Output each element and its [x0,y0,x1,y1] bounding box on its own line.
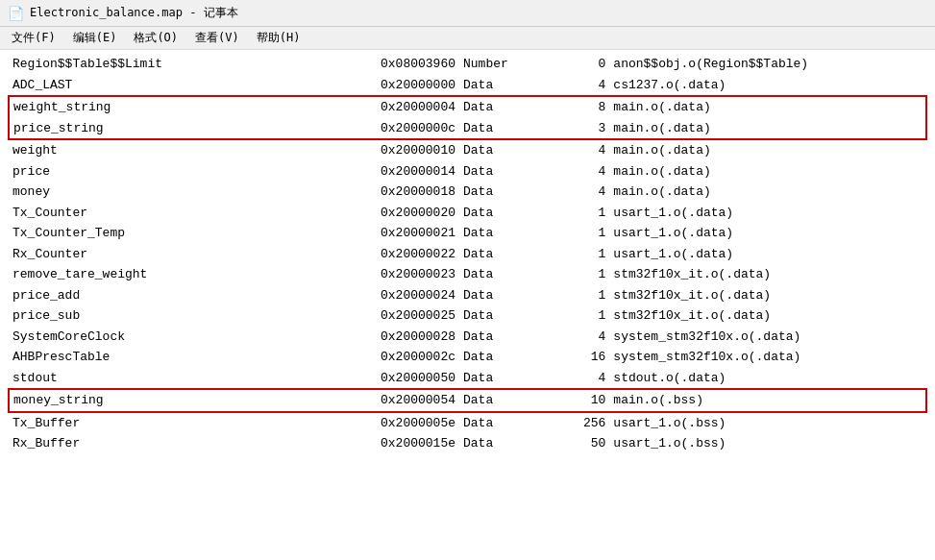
cell-module: system_stm32f10x.o(.data) [609,327,926,348]
table-row: price_string0x2000000cData3main.o(.data) [9,118,926,140]
cell-size: 50 [550,433,610,454]
cell-name: money [9,182,279,203]
cell-name: stdout [9,368,279,390]
cell-size: 4 [550,75,610,97]
cell-size: 4 [550,368,610,390]
cell-module: usart_1.o(.data) [609,223,926,244]
cell-type: Data [459,244,550,265]
cell-name: AHBPrescTable [9,347,279,368]
cell-size: 4 [550,139,610,161]
cell-module: stm32f10x_it.o(.data) [609,305,926,327]
cell-size: 1 [550,223,610,244]
table-row: weight_string0x20000004Data8main.o(.data… [9,96,926,118]
table-row: price_sub0x20000025Data1stm32f10x_it.o(.… [9,305,926,327]
table-row: Rx_Buffer0x2000015eData50usart_1.o(.bss) [9,433,926,454]
menu-item[interactable]: 查看(V) [187,28,247,48]
cell-addr: 0x20000025 [279,305,459,327]
cell-name: Tx_Counter_Temp [9,223,279,244]
cell-module: usart_1.o(.bss) [609,433,926,454]
table-row: weight0x20000010Data4main.o(.data) [9,139,926,161]
cell-type: Data [459,139,550,161]
cell-name: Rx_Counter [9,244,279,265]
cell-module: main.o(.bss) [609,389,926,412]
cell-name: ADC_LAST [9,75,279,97]
table-row: stdout0x20000050Data4stdout.o(.data) [9,368,926,390]
cell-addr: 0x2000015e [279,433,459,454]
cell-module: stdout.o(.data) [609,368,926,390]
cell-module: stm32f10x_it.o(.data) [609,285,926,306]
cell-name: weight [9,139,279,161]
cell-type: Data [459,223,550,244]
table-row: money_string0x20000054Data10main.o(.bss) [9,389,926,412]
cell-size: 1 [550,285,610,306]
cell-addr: 0x20000010 [279,139,459,161]
cell-type: Data [459,368,550,390]
cell-size: 4 [550,161,610,183]
cell-size: 4 [550,327,610,348]
menu-item[interactable]: 文件(F) [4,28,63,48]
cell-module: main.o(.data) [609,161,926,183]
table-row: ADC_LAST0x20000000Data4cs1237.o(.data) [9,75,926,97]
cell-type: Data [459,161,550,183]
table-row: remove_tare_weight0x20000023Data1stm32f1… [9,264,926,285]
table-row: price_add0x20000024Data1stm32f10x_it.o(.… [9,285,926,306]
cell-module: usart_1.o(.data) [609,203,926,224]
cell-type: Number [459,54,550,75]
cell-size: 16 [550,347,610,368]
menu-bar: 文件(F)编辑(E)格式(O)查看(V)帮助(H) [0,27,935,50]
cell-addr: 0x20000054 [279,389,459,412]
cell-addr: 0x2000000c [279,118,459,140]
cell-size: 8 [550,96,610,118]
cell-module: anon$$obj.o(Region$$Table) [609,54,926,75]
cell-module: main.o(.data) [609,96,926,118]
cell-module: system_stm32f10x.o(.data) [609,347,926,368]
cell-name: price_string [9,118,279,140]
menu-item[interactable]: 格式(O) [126,28,185,48]
cell-module: main.o(.data) [609,182,926,203]
cell-type: Data [459,75,550,97]
cell-type: Data [459,285,550,306]
table-row: AHBPrescTable0x2000002cData16system_stm3… [9,347,926,368]
cell-name: weight_string [9,96,279,118]
table-row: Tx_Buffer0x2000005eData256usart_1.o(.bss… [9,412,926,434]
menu-item[interactable]: 编辑(E) [65,28,125,48]
cell-type: Data [459,118,550,140]
window-title: Electronic_balance.map - 记事本 [30,5,238,21]
cell-name: Region$$Table$$Limit [9,54,279,75]
cell-addr: 0x08003960 [279,54,459,75]
title-bar: 📄 Electronic_balance.map - 记事本 [0,0,935,27]
cell-addr: 0x20000021 [279,223,459,244]
cell-size: 1 [550,244,610,265]
cell-size: 1 [550,305,610,327]
cell-name: remove_tare_weight [9,264,279,285]
cell-addr: 0x20000023 [279,264,459,285]
map-table: Region$$Table$$Limit0x08003960Number0ano… [8,54,927,454]
cell-type: Data [459,327,550,348]
table-row: SystemCoreClock0x20000028Data4system_stm… [9,327,926,348]
cell-addr: 0x20000004 [279,96,459,118]
cell-size: 256 [550,412,610,434]
table-row: Region$$Table$$Limit0x08003960Number0ano… [9,54,926,75]
cell-type: Data [459,389,550,412]
window-icon: 📄 [8,6,24,21]
cell-type: Data [459,347,550,368]
cell-module: usart_1.o(.bss) [609,412,926,434]
cell-name: Rx_Buffer [9,433,279,454]
cell-module: usart_1.o(.data) [609,244,926,265]
cell-addr: 0x20000028 [279,327,459,348]
cell-name: price_sub [9,305,279,327]
cell-addr: 0x20000050 [279,368,459,390]
cell-size: 10 [550,389,610,412]
cell-module: main.o(.data) [609,118,926,140]
cell-name: money_string [9,389,279,412]
cell-type: Data [459,305,550,327]
menu-item[interactable]: 帮助(H) [249,28,308,48]
content-area: Region$$Table$$Limit0x08003960Number0ano… [0,50,935,458]
cell-addr: 0x2000002c [279,347,459,368]
cell-type: Data [459,182,550,203]
cell-name: Tx_Counter [9,203,279,224]
cell-name: SystemCoreClock [9,327,279,348]
table-row: Tx_Counter_Temp0x20000021Data1usart_1.o(… [9,223,926,244]
cell-size: 1 [550,264,610,285]
cell-module: cs1237.o(.data) [609,75,926,97]
